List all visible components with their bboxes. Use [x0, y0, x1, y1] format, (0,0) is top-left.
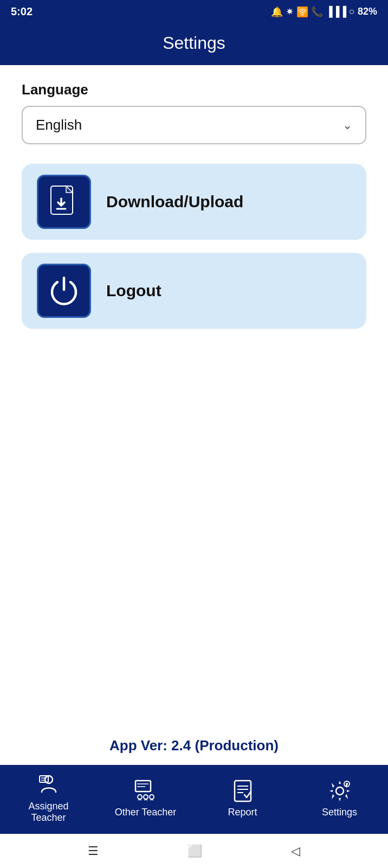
nav-report[interactable]: Report: [194, 778, 291, 819]
android-menu-button[interactable]: ☰: [88, 844, 99, 858]
bluetooth-icon: ✴: [286, 6, 294, 18]
logout-label: Logout: [106, 282, 161, 300]
bottom-nav: AssignedTeacher Other Teacher: [0, 765, 388, 834]
chevron-down-icon: ⌄: [342, 118, 352, 132]
download-upload-icon: [37, 175, 91, 229]
status-time: 5:02: [11, 5, 33, 18]
settings-icon: [327, 778, 352, 803]
android-back-button[interactable]: ◁: [291, 844, 300, 858]
page-title: Settings: [163, 33, 225, 53]
main-content: Language English ⌄ Download/Upload: [0, 65, 388, 538]
svg-point-11: [144, 795, 148, 799]
svg-rect-13: [235, 781, 251, 801]
nav-settings[interactable]: Settings: [291, 778, 388, 819]
language-label: Language: [22, 81, 366, 98]
nav-assigned-teacher[interactable]: AssignedTeacher: [0, 773, 97, 824]
language-dropdown[interactable]: English ⌄: [22, 106, 366, 144]
download-upload-label: Download/Upload: [106, 193, 243, 211]
nav-report-label: Report: [228, 807, 257, 819]
phone-icon: 📞: [311, 6, 323, 18]
battery-percent: 82%: [358, 6, 377, 17]
svg-point-12: [150, 795, 154, 799]
battery-icon: ○: [349, 6, 355, 17]
language-selected-value: English: [36, 117, 82, 133]
android-nav-bar: ☰ ⬜ ◁: [0, 834, 388, 868]
download-upload-button[interactable]: Download/Upload: [22, 164, 366, 240]
logout-button[interactable]: Logout: [22, 253, 366, 329]
status-icons: 🔔 ✴ 🛜 📞 ▐▐▐ ○ 82%: [271, 6, 377, 18]
svg-point-17: [336, 787, 344, 795]
alarm-icon: 🔔: [271, 6, 283, 18]
other-teacher-icon: [133, 778, 158, 803]
nav-other-teacher[interactable]: Other Teacher: [97, 778, 194, 819]
wifi-icon: 🛜: [296, 6, 308, 18]
svg-point-10: [138, 795, 142, 799]
power-icon: [37, 264, 91, 318]
android-home-button[interactable]: ⬜: [187, 844, 202, 858]
page-header: Settings: [0, 23, 388, 65]
language-section: Language English ⌄: [22, 81, 366, 144]
svg-rect-7: [135, 781, 151, 792]
app-version: App Ver: 2.4 (Production): [0, 724, 388, 765]
nav-settings-label: Settings: [322, 807, 357, 819]
status-bar: 5:02 🔔 ✴ 🛜 📞 ▐▐▐ ○ 82%: [0, 0, 388, 23]
signal-icon: ▐▐▐: [326, 6, 346, 17]
nav-other-teacher-label: Other Teacher: [115, 807, 177, 819]
assigned-teacher-icon: [36, 773, 61, 797]
report-icon: [230, 778, 255, 803]
nav-assigned-teacher-label: AssignedTeacher: [28, 801, 68, 824]
svg-point-19: [346, 783, 348, 785]
